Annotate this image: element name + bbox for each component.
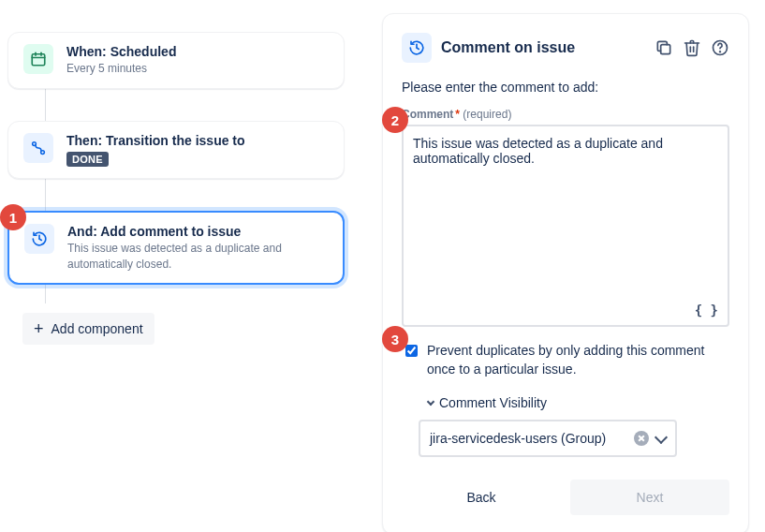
annotation-3: 3 <box>382 326 408 352</box>
prompt-text: Please enter the comment to add: <box>402 80 729 95</box>
transition-title: Then: Transition the issue to <box>66 133 329 148</box>
panel-title: Comment on issue <box>441 39 575 56</box>
help-icon[interactable] <box>711 38 729 57</box>
chevron-down-icon[interactable] <box>655 431 668 444</box>
visibility-value: jira-servicedesk-users (Group) <box>430 431 626 446</box>
trigger-title: When: Scheduled <box>66 44 329 59</box>
visibility-label: Comment Visibility <box>439 395 547 410</box>
calendar-icon <box>23 44 53 74</box>
clear-icon[interactable] <box>634 431 649 446</box>
svg-line-9 <box>417 48 419 50</box>
transition-icon <box>23 133 53 163</box>
next-button[interactable]: Next <box>570 480 729 515</box>
connector-line <box>45 89 46 121</box>
copy-icon[interactable] <box>655 38 673 57</box>
plus-icon: + <box>34 320 44 337</box>
panel-comment-icon <box>402 33 432 63</box>
trash-icon[interactable] <box>683 38 701 57</box>
trigger-sub: Every 5 minutes <box>66 61 329 77</box>
visibility-select[interactable]: jira-servicedesk-users (Group) <box>419 420 677 457</box>
add-component-label: Add component <box>51 321 143 336</box>
annotation-2: 2 <box>382 107 408 133</box>
add-component-button[interactable]: + Add component <box>22 313 154 345</box>
prevent-duplicates-label: Prevent duplicates by only adding this c… <box>427 342 729 378</box>
comment-icon <box>24 224 54 254</box>
visibility-toggle[interactable]: Comment Visibility <box>402 395 729 410</box>
svg-rect-0 <box>32 54 45 66</box>
back-button[interactable]: Back <box>402 480 561 515</box>
transition-card[interactable]: Then: Transition the issue to DONE <box>7 121 345 179</box>
prevent-duplicates-checkbox[interactable] <box>405 344 418 358</box>
connector-line <box>45 285 46 303</box>
annotation-1: 1 <box>0 204 26 230</box>
svg-line-7 <box>39 239 41 241</box>
trigger-card[interactable]: When: Scheduled Every 5 minutes <box>7 32 345 89</box>
comment-card[interactable]: And: Add comment to issue This issue was… <box>7 211 345 286</box>
code-brace-button[interactable]: { } <box>691 301 722 319</box>
comment-textarea[interactable] <box>404 126 728 325</box>
status-badge: DONE <box>66 152 109 167</box>
comment-textarea-wrap: { } <box>402 125 729 327</box>
svg-point-14 <box>720 52 721 52</box>
connector-line <box>45 179 46 211</box>
comment-card-title: And: Add comment to issue <box>67 224 328 239</box>
comment-field-label: Comment* (required) <box>402 108 729 121</box>
config-panel: Comment on issue Please enter the commen… <box>382 13 749 532</box>
chevron-down-icon <box>427 398 434 406</box>
comment-card-sub: This issue was detected as a duplicate a… <box>67 241 328 273</box>
flow-column: When: Scheduled Every 5 minutes Then: Tr… <box>7 32 345 345</box>
svg-rect-10 <box>661 45 670 54</box>
